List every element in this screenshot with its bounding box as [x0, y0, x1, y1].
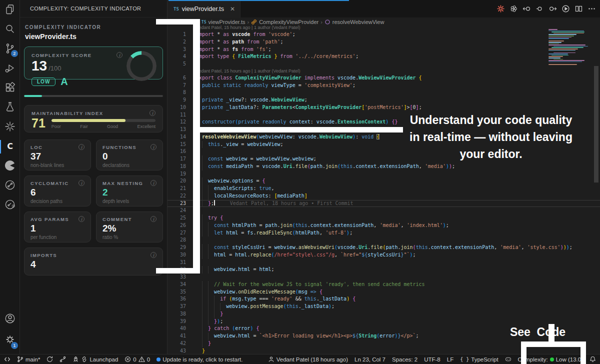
- code-line[interactable]: 19: [168, 170, 600, 178]
- activity-item-search[interactable]: [0, 20, 20, 40]
- split-editor-icon[interactable]: [574, 4, 583, 13]
- code-line-current[interactable]: 23 }; Vedant Patel, 18 hours ago • First…: [168, 200, 600, 208]
- info-icon[interactable]: i: [116, 52, 122, 58]
- activity-item-extension-pacman[interactable]: [0, 156, 20, 176]
- close-tab-icon[interactable]: ✕: [230, 6, 235, 12]
- nav-node-icon[interactable]: [536, 4, 544, 13]
- activity-item-source-control[interactable]: 2: [0, 40, 20, 59]
- line-number: 17: [168, 156, 196, 163]
- info-icon[interactable]: i: [150, 144, 156, 150]
- eol-status[interactable]: LF: [447, 356, 454, 362]
- line-content: constructor(private readonly context: vs…: [196, 118, 398, 126]
- code-line[interactable]: 6export class ComplexityViewProvider imp…: [168, 74, 600, 82]
- code-line[interactable]: 28: [168, 236, 600, 244]
- metric-card-head: COMMENTi: [102, 216, 156, 222]
- indentation-status[interactable]: Spaces: 2: [392, 356, 418, 362]
- minimap[interactable]: [548, 29, 592, 68]
- activity-item-extension-starburst[interactable]: [0, 118, 20, 137]
- problems-status[interactable]: 00: [124, 356, 150, 362]
- run-icon[interactable]: [562, 4, 570, 13]
- annotation-callout-box-top: [521, 342, 586, 347]
- activity-item-settings[interactable]: 1: [0, 330, 20, 351]
- update-status[interactable]: Update is ready, click to restart.: [156, 356, 242, 362]
- complexity-score-max: /100: [48, 64, 61, 72]
- line-number: 23: [168, 200, 196, 208]
- nav-back-icon[interactable]: [522, 4, 531, 13]
- line-content: const styleCssUri = webview.asWebviewUri…: [196, 244, 572, 252]
- line-content: try {: [196, 214, 223, 222]
- activity-item-run-debug[interactable]: [0, 59, 20, 78]
- code-line[interactable]: 3import * as fs from 'fs';: [168, 46, 600, 54]
- info-icon[interactable]: i: [150, 252, 156, 258]
- ai-assistant-icon[interactable]: [510, 4, 518, 13]
- launchpad-status[interactable]: Launchpad: [72, 356, 118, 362]
- line-content: public static readonly viewType = 'compl…: [196, 82, 356, 90]
- code-line[interactable]: 34 // Wait for the webview JS to signal …: [168, 281, 600, 288]
- tab-viewprovider[interactable]: TS viewProvider.ts ✕: [168, 0, 240, 18]
- code-line[interactable]: 1import * as vscode from 'vscode';: [168, 31, 600, 38]
- info-icon[interactable]: i: [78, 216, 84, 222]
- code-line[interactable]: 25 try {: [168, 214, 600, 222]
- code-line[interactable]: 7 public static readonly viewType = 'com…: [168, 82, 600, 90]
- info-icon[interactable]: i: [150, 180, 156, 186]
- minimap-line: [548, 48, 578, 50]
- code-line[interactable]: 32 webview.html = html;: [168, 266, 600, 274]
- activity-item-extension-graph-at[interactable]: @: [0, 196, 20, 215]
- code-line[interactable]: 10 private _lastData?: Parameters<Comple…: [168, 104, 600, 112]
- activity-item-extensions[interactable]: [0, 78, 20, 98]
- code-line[interactable]: 5: [168, 60, 600, 68]
- info-icon[interactable]: i: [78, 144, 84, 150]
- sync-status[interactable]: [46, 356, 53, 362]
- activity-item-extension-graph[interactable]: [0, 176, 20, 196]
- activity-item-testing[interactable]: [0, 98, 20, 118]
- score-progress-bar: [24, 95, 163, 97]
- nav-forward-icon[interactable]: [548, 4, 557, 13]
- encoding-status[interactable]: UTF-8: [424, 356, 440, 362]
- extension-flame-icon[interactable]: [496, 4, 505, 13]
- status-text: LF: [447, 356, 454, 362]
- activity-item-complexity-indicator[interactable]: C: [0, 137, 20, 156]
- info-icon[interactable]: i: [78, 180, 84, 186]
- code-line[interactable]: 20 webview.options = {: [168, 178, 600, 185]
- complexity-score-value: 13: [32, 59, 47, 73]
- metric-value: 37: [30, 152, 84, 162]
- code-line[interactable]: 33: [168, 274, 600, 281]
- line-number: 21: [168, 185, 196, 192]
- minimap-line: [548, 44, 586, 46]
- line-number: 3: [168, 46, 196, 54]
- more-actions-icon[interactable]: [588, 4, 596, 13]
- explorer-icon: [4, 4, 16, 18]
- blame-author-status[interactable]: Vedant Patel (18 hours ago): [268, 356, 348, 362]
- code-line[interactable]: 4import type { FileMetrics } from '../..…: [168, 53, 600, 60]
- code-line[interactable]: 29 const styleCssUri = webview.asWebview…: [168, 244, 600, 252]
- line-number: 41: [168, 332, 196, 340]
- code-line[interactable]: 24: [168, 207, 600, 214]
- code-line[interactable]: 22 localResourceRoots: [mediaPath]: [168, 192, 600, 200]
- metric-label: CYCLOMATIC: [30, 180, 69, 186]
- line-number: 5: [168, 60, 196, 68]
- status-dot: [156, 358, 160, 362]
- info-icon[interactable]: i: [150, 216, 156, 222]
- activity-item-explorer[interactable]: [0, 0, 20, 20]
- activity-item-account[interactable]: [0, 309, 20, 330]
- severity-badge: LOW: [32, 78, 56, 86]
- cursor-position-status[interactable]: Ln 23, Col 7: [354, 356, 386, 362]
- search-icon: [4, 23, 16, 37]
- line-content: private _lastData?: Parameters<Complexit…: [196, 104, 422, 112]
- code-line[interactable]: 18 const mediaPath = vscode.Uri.file(pat…: [168, 163, 600, 170]
- code-line[interactable]: 9 private _view?: vscode.WebviewView;: [168, 96, 600, 104]
- code-line[interactable]: 27 let html = fs.readFileSync(htmlPath, …: [168, 230, 600, 237]
- code-line[interactable]: 30 html = html.replace(/href="style\.css…: [168, 252, 600, 259]
- code-line[interactable]: 26 const htmlPath = path.join(this.conte…: [168, 222, 600, 230]
- graph-status[interactable]: [60, 356, 66, 362]
- remote-indicator[interactable]: [4, 356, 10, 362]
- code-line[interactable]: 31: [168, 259, 600, 266]
- branch-status[interactable]: main*: [17, 356, 40, 362]
- code-line[interactable]: 21 enableScripts: true,: [168, 185, 600, 192]
- code-line[interactable]: 2import * as path from 'path';: [168, 38, 600, 46]
- info-icon[interactable]: i: [150, 110, 156, 116]
- minimap-line: [548, 44, 559, 44]
- code-line[interactable]: 8: [168, 89, 600, 96]
- metric-sublabel: declarations: [102, 162, 156, 168]
- scrollbar-thumb[interactable]: [594, 66, 598, 182]
